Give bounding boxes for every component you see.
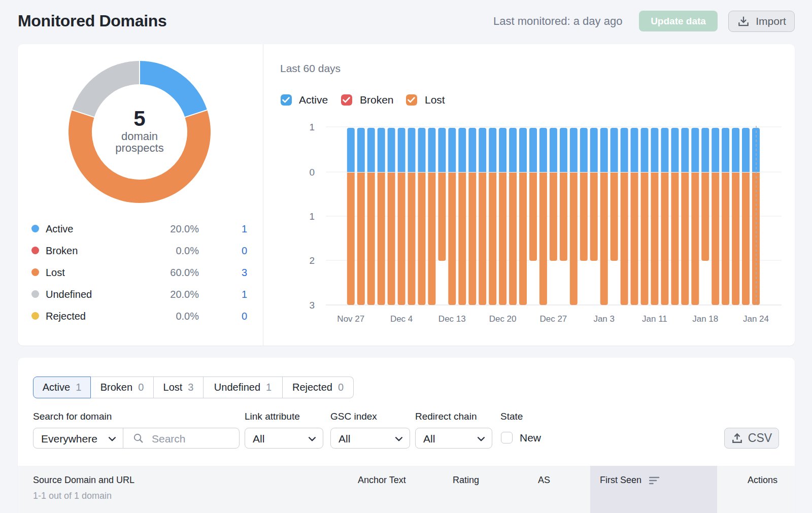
svg-text:1: 1 xyxy=(309,211,315,222)
svg-text:Dec 13: Dec 13 xyxy=(438,314,466,324)
svg-text:Dec 27: Dec 27 xyxy=(539,314,567,324)
svg-text:Jan 24: Jan 24 xyxy=(743,314,769,324)
svg-text:2: 2 xyxy=(309,255,315,266)
svg-text:Nov 27: Nov 27 xyxy=(337,314,364,324)
svg-text:Jan 11: Jan 11 xyxy=(642,314,667,324)
svg-text:1: 1 xyxy=(309,122,315,132)
svg-text:Jan 18: Jan 18 xyxy=(692,314,718,324)
svg-text:3: 3 xyxy=(309,300,315,311)
svg-text:Dec 20: Dec 20 xyxy=(489,314,517,324)
svg-text:0: 0 xyxy=(309,167,315,178)
svg-text:Jan 3: Jan 3 xyxy=(593,314,615,324)
svg-text:Dec 4: Dec 4 xyxy=(390,314,413,324)
